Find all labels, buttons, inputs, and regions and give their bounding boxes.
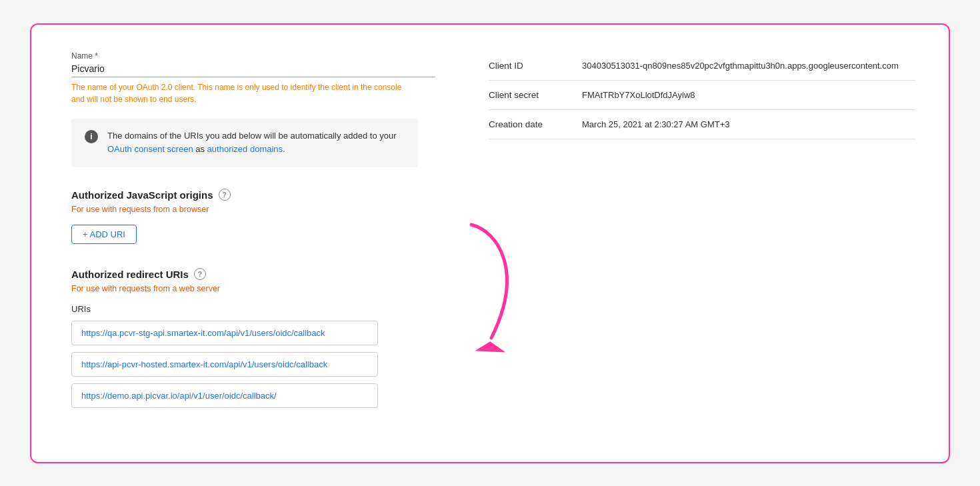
name-field-label: Name * (71, 51, 435, 61)
info-box: i The domains of the URIs you add below … (71, 119, 418, 168)
authorized-domains-link[interactable]: authorized domains (207, 144, 283, 154)
redirect-uris-help-icon[interactable]: ? (194, 268, 206, 280)
add-uri-button[interactable]: + ADD URI (71, 225, 137, 244)
uri-input-0[interactable] (71, 321, 378, 345)
oauth-client-card: Name * The name of your OAuth 2.0 client… (30, 23, 950, 463)
js-origins-help-icon[interactable]: ? (219, 189, 231, 201)
creation-date-value: March 25, 2021 at 2:30:27 AM GMT+3 (582, 109, 915, 139)
client-id-label: Client ID (489, 51, 582, 81)
redirect-uris-title: Authorized redirect URIs ? (71, 268, 435, 280)
oauth-consent-link[interactable]: OAuth consent screen (107, 144, 193, 154)
client-id-row: Client ID 304030513031-qn809nes85v20pc2v… (489, 51, 915, 81)
redirect-uris-subtitle: For use with requests from a web server (71, 284, 435, 293)
client-secret-value: FMAtTRbY7XoLlotDfdJAyiw8 (582, 80, 915, 109)
creation-date-row: Creation date March 25, 2021 at 2:30:27 … (489, 109, 915, 139)
left-panel: Name * The name of your OAuth 2.0 client… (71, 51, 462, 435)
name-field-hint: The name of your OAuth 2.0 client. This … (71, 81, 405, 105)
js-origins-title: Authorized JavaScript origins ? (71, 189, 435, 201)
client-id-value: 304030513031-qn809nes85v20pc2vfgthmapitt… (582, 51, 915, 81)
credentials-table: Client ID 304030513031-qn809nes85v20pc2v… (489, 51, 915, 139)
name-input[interactable] (71, 63, 405, 74)
info-icon: i (85, 130, 98, 143)
client-secret-label: Client secret (489, 80, 582, 109)
client-secret-row: Client secret FMAtTRbY7XoLlotDfdJAyiw8 (489, 80, 915, 109)
uri-input-1[interactable] (71, 352, 378, 377)
js-origins-subtitle: For use with requests from a browser (71, 205, 435, 214)
right-panel: Client ID 304030513031-qn809nes85v20pc2v… (462, 51, 915, 435)
name-input-wrapper (71, 63, 435, 77)
creation-date-label: Creation date (489, 109, 582, 139)
uri-input-2[interactable] (71, 383, 378, 408)
uris-label: URIs (71, 304, 435, 314)
info-box-text: The domains of the URIs you add below wi… (107, 129, 405, 157)
